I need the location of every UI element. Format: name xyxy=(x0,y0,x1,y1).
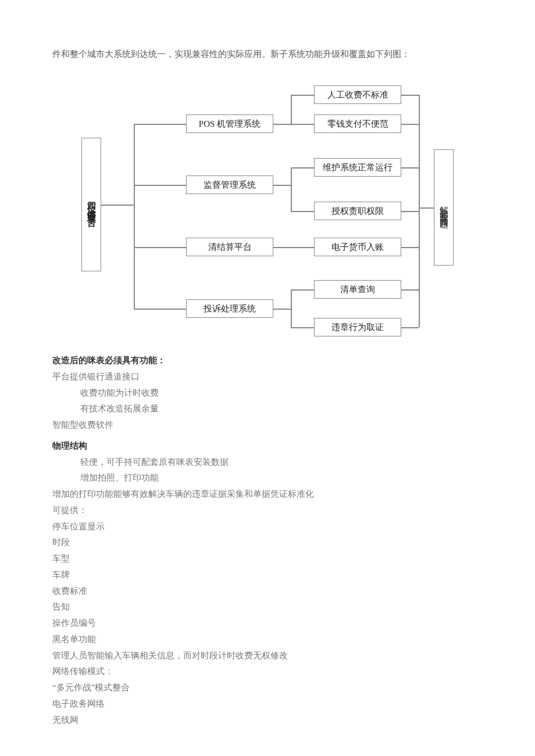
line-period: 时段 xyxy=(52,535,483,551)
line-tech: 有技术改造拓展余量 xyxy=(52,401,483,417)
line-notify: 告知 xyxy=(52,599,483,615)
line-network: 网络传输模式： xyxy=(52,664,483,680)
label-platform: 平台 xyxy=(52,372,70,381)
heading-physical: 物理结构 xyxy=(52,438,483,454)
box-supervise: 监督管理系统 xyxy=(186,175,273,194)
body-content: 改造后的咪表必须具有功能： 平台提供银行通道接口 收费功能为计时收费 有技术改造… xyxy=(52,353,483,728)
line-parking: 停车位置显示 xyxy=(52,519,483,535)
box-clearing: 清结算平台 xyxy=(186,238,273,256)
leaf-4: 电子货币入账 xyxy=(314,238,401,256)
box-complaint: 投诉处理系统 xyxy=(186,299,273,318)
line-manager: 管理人员智能输入车辆相关信息，而对时段计时收费无权修改 xyxy=(52,648,483,664)
leaf-2: 维护系统正常运行 xyxy=(314,158,401,177)
line-operator: 操作员编号 xyxy=(52,615,483,632)
flowchart-diagram: 四位一体管理平台 解决和改善问题 POS 机管理系统 监督管理系统 清结算平台 … xyxy=(81,80,454,335)
leaf-6: 违章行为取证 xyxy=(314,318,401,336)
leaf-5: 清单查询 xyxy=(314,280,401,299)
line-wireless: 无线网 xyxy=(52,712,483,729)
line-fee: 收费标准 xyxy=(52,583,483,600)
line-plate: 车牌 xyxy=(52,567,483,583)
text-bank: 提供银行通道接口 xyxy=(70,372,140,381)
heading-functions: 改造后的咪表必须具有功能： xyxy=(52,353,483,369)
box-platform: 四位一体管理平台 xyxy=(81,138,101,271)
line-timing: 收费功能为计时收费 xyxy=(52,385,483,402)
line-egov: 电子政务网络 xyxy=(52,696,483,712)
intro-text: 件和整个城市大系统到达统一，实现兼容性的实际应用。新子系统功能升级和覆盖如下列图… xyxy=(52,46,483,62)
line-portable: 轻便，可手持可配套原有咪表安装数据 xyxy=(52,454,483,471)
box-pos: POS 机管理系统 xyxy=(186,114,273,133)
line-multi: “多元作战”模式整合 xyxy=(52,680,483,696)
box-solve: 解决和改善问题 xyxy=(434,149,454,266)
leaf-0: 人工收费不标准 xyxy=(314,85,401,104)
line-cartype: 车型 xyxy=(52,551,483,567)
leaf-3: 授权责职权限 xyxy=(314,202,401,220)
line-platform: 平台提供银行通道接口 xyxy=(52,369,483,385)
line-print: 增加的打印功能能够有效解决车辆的违章证据采集和单据凭证标准化 xyxy=(52,486,483,503)
line-software: 智能型收费软件 xyxy=(52,417,483,433)
line-blacklist: 黑名单功能 xyxy=(52,632,483,648)
line-photo: 增加拍照、打印功能 xyxy=(52,470,483,486)
line-provide: 可提供： xyxy=(52,503,483,519)
leaf-1: 零钱支付不便范 xyxy=(314,114,401,133)
